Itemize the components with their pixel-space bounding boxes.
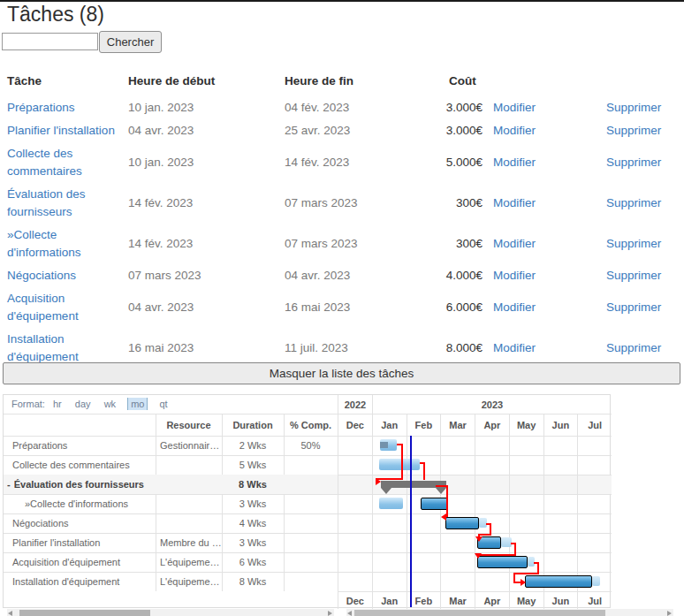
edit-link[interactable]: Modifier: [493, 196, 536, 209]
format-option-qt[interactable]: qt: [159, 399, 167, 409]
gantt-bar[interactable]: [445, 517, 479, 529]
gantt-pct: 50%: [284, 436, 338, 455]
scroll-left-arrow-icon[interactable]: [347, 611, 352, 616]
gantt-pct: [284, 494, 338, 513]
top-divider: [0, 0, 684, 2]
dependency-arrow-icon: [521, 579, 526, 586]
month-header-cell: Mar: [440, 414, 475, 436]
gantt-task-name: Acquisition d'équipement: [4, 552, 156, 572]
grid-line: [440, 414, 441, 607]
gantt-bar[interactable]: [379, 498, 403, 509]
gantt-resource: [156, 513, 222, 533]
month-footer-cell: Mar: [440, 591, 475, 609]
format-option-mo-selected[interactable]: mo: [127, 398, 148, 410]
left-scrollbar-thumb[interactable]: [19, 610, 150, 616]
edit-link[interactable]: Modifier: [493, 156, 536, 169]
start-date: 07 mars 2023: [121, 264, 277, 287]
dependency-line: [477, 554, 516, 556]
delete-link[interactable]: Supprimer: [606, 196, 661, 209]
grid-line: [338, 395, 338, 607]
hide-task-list-button[interactable]: Masquer la liste des tâches: [3, 362, 680, 384]
format-option-hr[interactable]: hr: [53, 399, 62, 409]
gantt-resource: [156, 494, 222, 513]
table-header-row: Tâche Heure de début Heure de fin Coût: [0, 69, 684, 96]
task-link[interactable]: Collecte des commentaires: [7, 147, 82, 178]
chart-scrollbar-thumb[interactable]: [354, 610, 605, 616]
search-input[interactable]: [2, 33, 98, 50]
col-header-task: Tâche: [0, 69, 121, 96]
delete-link[interactable]: Supprimer: [606, 237, 661, 250]
task-link[interactable]: »Collecte d'informations: [7, 228, 81, 259]
col-header-end: Heure de fin: [277, 69, 442, 96]
gantt-duration: 8 Wks: [222, 572, 284, 591]
task-link[interactable]: Planifier l'installation: [7, 124, 115, 137]
month-footer-cell: Apr: [475, 591, 509, 609]
month-header-cell: Feb: [407, 414, 441, 436]
gantt-bar-cap: [592, 576, 600, 586]
task-link[interactable]: Préparations: [7, 101, 75, 114]
gantt-task-name: -Évaluation des fournisseurs: [4, 475, 156, 494]
collapse-icon[interactable]: -: [7, 475, 11, 494]
gantt-format-bar: Format: hr day wk mo qt: [4, 395, 338, 414]
today-line: [410, 436, 412, 607]
gantt-duration: 6 Wks: [222, 552, 284, 572]
format-option-day[interactable]: day: [75, 399, 91, 409]
gantt-duration: 4 Wks: [222, 513, 284, 533]
gantt-row[interactable]: Planifier l'installationMembre du p...3 …: [4, 533, 338, 552]
dependency-arrow-icon: [441, 513, 446, 521]
format-option-wk[interactable]: wk: [104, 399, 116, 409]
gantt-bar[interactable]: [421, 498, 448, 510]
edit-link[interactable]: Modifier: [493, 124, 536, 137]
task-link[interactable]: Installation d'équipement: [7, 332, 79, 363]
gantt-row[interactable]: Acquisition d'équipementL'équipemen...6 …: [4, 552, 338, 572]
page: Tâches (8) Chercher Tâche Heure de début…: [0, 0, 684, 616]
gantt-row[interactable]: Collecte des commentaires5 Wks: [4, 455, 338, 475]
gantt-bar[interactable]: [525, 575, 592, 588]
dependency-arrow-icon: [475, 553, 482, 559]
search-button[interactable]: Chercher: [99, 31, 162, 53]
delete-link[interactable]: Supprimer: [606, 341, 661, 354]
delete-link[interactable]: Supprimer: [606, 269, 661, 282]
gantt-row-group[interactable]: -Évaluation des fournisseurs8 Wks: [4, 475, 338, 494]
delete-link[interactable]: Supprimer: [606, 156, 661, 169]
task-link[interactable]: Négociations: [7, 269, 76, 282]
month-footer-cell: Jun: [543, 591, 578, 609]
month-footer-cell: May: [509, 591, 543, 609]
start-date: 04 avr. 2023: [121, 119, 277, 142]
gantt-row[interactable]: PréparationsGestionnaire...2 Wks50%: [4, 436, 338, 455]
gantt-pct: [284, 513, 338, 533]
task-link[interactable]: Évaluation des fournisseurs: [7, 187, 86, 218]
table-row: Planifier l'installation 04 avr. 2023 25…: [0, 119, 684, 142]
gantt-task-name: Planifier l'installation: [4, 533, 156, 552]
edit-link[interactable]: Modifier: [493, 269, 536, 282]
edit-link[interactable]: Modifier: [493, 101, 536, 114]
edit-link[interactable]: Modifier: [493, 300, 536, 314]
task-link[interactable]: Acquisition d'équipement: [7, 292, 79, 323]
col-header-resource: Resource: [156, 414, 222, 436]
delete-link[interactable]: Supprimer: [606, 101, 661, 114]
gantt-resource: L'équipemen...: [156, 552, 222, 572]
delete-link[interactable]: Supprimer: [606, 124, 661, 137]
gantt-bar[interactable]: [477, 556, 528, 568]
task-table: Tâche Heure de début Heure de fin Coût P…: [0, 69, 684, 369]
scroll-right-arrow-icon[interactable]: [667, 611, 672, 616]
scroll-left-arrow-icon[interactable]: [8, 611, 12, 616]
gantt-row-child[interactable]: »Collecte d'informations3 Wks: [4, 494, 338, 513]
delete-link[interactable]: Supprimer: [606, 300, 661, 314]
start-date: 10 jan. 2023: [121, 142, 277, 183]
edit-link[interactable]: Modifier: [493, 237, 536, 250]
gantt-task-name: Négociations: [4, 513, 156, 533]
scroll-right-arrow-icon[interactable]: [328, 611, 332, 616]
col-header-cost: Coût: [442, 69, 483, 96]
dependency-line: [423, 462, 425, 480]
end-date: 25 avr. 2023: [277, 119, 442, 142]
gantt-row[interactable]: Négociations4 Wks: [4, 513, 338, 533]
gantt-pct: [284, 533, 338, 552]
gantt-bar[interactable]: [379, 459, 420, 470]
gantt-row[interactable]: Installation d'équipementL'équipemen...8…: [4, 572, 338, 591]
dependency-line: [401, 444, 403, 480]
cost-value: 4.000€: [442, 264, 483, 287]
edit-link[interactable]: Modifier: [493, 341, 536, 354]
grid-line: [475, 414, 475, 607]
start-date: 04 avr. 2023: [121, 287, 277, 328]
